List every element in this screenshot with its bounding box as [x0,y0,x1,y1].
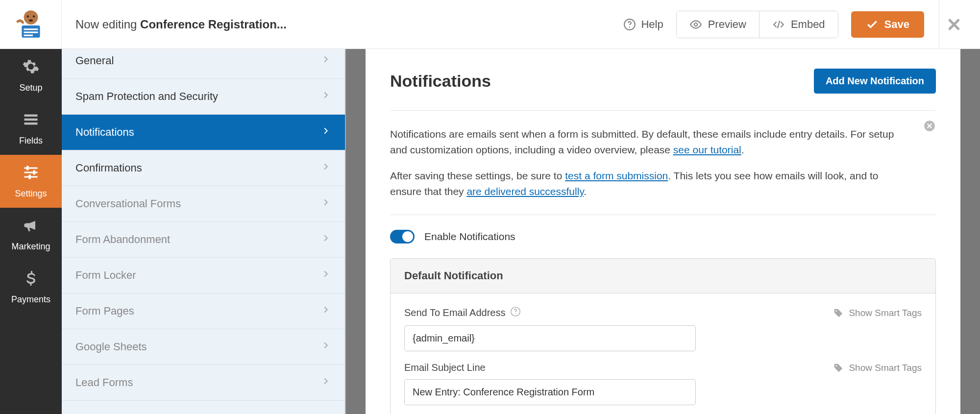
svg-rect-12 [24,119,38,121]
nav-setup-label: Setup [19,83,42,93]
sidebar-item-notifications[interactable]: Notifications [62,115,345,150]
smart-tags-label: Show Smart Tags [849,308,922,318]
nav-marketing[interactable]: Marketing [0,208,62,261]
nav-settings[interactable]: Settings [0,155,62,208]
sidebar-item-sheets[interactable]: Google Sheets [62,329,345,365]
chevron-right-icon [320,268,331,282]
intro-text-part: . [741,144,744,155]
svg-rect-7 [24,34,33,36]
wpforms-logo-icon [15,8,47,41]
gear-icon [22,58,40,78]
preview-button[interactable]: Preview [677,11,759,38]
check-icon [866,18,879,31]
svg-point-2 [32,15,35,18]
add-notification-button[interactable]: Add New Notification [814,69,936,94]
intro-text-part: After saving these settings, be sure to [390,170,565,181]
help-icon [623,18,636,31]
smart-tags-label: Show Smart Tags [849,363,922,373]
intro-text-part: Notifications are emails sent when a for… [390,128,894,155]
nav-settings-label: Settings [15,189,47,199]
left-nav: Setup Fields Settings Marketing [0,49,62,414]
svg-point-23 [836,310,837,312]
svg-rect-17 [26,166,29,170]
nav-payments[interactable]: Payments [0,261,62,314]
send-to-label: Send To Email Address [404,307,505,318]
svg-rect-15 [24,172,38,173]
delivery-link[interactable]: are delivered successfully [466,186,584,197]
show-smart-tags-button[interactable]: Show Smart Tags [833,308,922,318]
sidebar-item-label: Conversational Forms [75,197,181,210]
sidebar-item-confirmations[interactable]: Confirmations [62,150,345,186]
chevron-right-icon [320,125,331,139]
sidebar-item-label: Lead Forms [75,376,133,389]
dollar-icon [22,269,40,290]
sliders-icon [22,164,40,184]
nav-setup[interactable]: Setup [0,49,62,102]
chevron-right-icon [320,340,331,354]
sidebar-item-conversational[interactable]: Conversational Forms [62,186,345,222]
tutorial-link[interactable]: see our tutorial [673,144,741,155]
sidebar-item-label: Spam Protection and Security [75,90,218,103]
nav-fields[interactable]: Fields [0,102,62,155]
form-title: Conference Registration... [140,18,287,31]
svg-rect-11 [24,115,38,117]
help-link[interactable]: Help [623,18,663,31]
nav-payments-label: Payments [11,294,50,305]
chevron-right-icon [320,90,331,103]
subject-input[interactable] [404,379,696,405]
svg-point-0 [24,10,38,24]
sidebar-item-spam[interactable]: Spam Protection and Security [62,79,345,115]
svg-rect-13 [24,122,38,125]
chevron-right-icon [320,376,331,390]
enable-notifications-toggle[interactable] [390,230,415,244]
embed-label: Embed [791,18,825,31]
sidebar-item-label: Form Abandonment [75,233,170,246]
sidebar-item-general[interactable]: General [62,49,345,79]
notification-block: Default Notification Send To Email Addre… [390,258,936,414]
chevron-right-icon [320,304,331,318]
subject-label: Email Subject Line [404,362,486,373]
svg-point-9 [629,26,630,27]
chevron-right-icon [320,233,331,246]
intro-text: Notifications are emails sent when a for… [390,111,936,215]
save-button[interactable]: Save [851,11,924,38]
svg-rect-18 [33,170,36,175]
svg-point-10 [694,23,697,26]
close-icon [947,17,961,32]
svg-point-22 [515,314,516,315]
app-logo[interactable] [0,0,62,49]
sidebar-item-pages[interactable]: Form Pages [62,293,345,329]
settings-sidebar: General Spam Protection and Security Not… [62,49,346,414]
notification-block-title[interactable]: Default Notification [391,259,935,293]
test-submission-link[interactable]: test a form submission [565,170,668,181]
save-label: Save [884,18,909,31]
chevron-right-icon [320,54,331,68]
tags-icon [833,308,844,318]
bullhorn-icon [22,217,40,237]
svg-rect-19 [29,175,31,179]
intro-text-part: . [584,186,587,197]
svg-rect-14 [24,168,38,169]
svg-point-1 [26,15,29,18]
chevron-right-icon [320,197,331,211]
svg-rect-5 [24,28,38,30]
sidebar-item-leadforms[interactable]: Lead Forms [62,365,345,401]
show-smart-tags-button[interactable]: Show Smart Tags [833,363,922,373]
editing-prefix: Now editing [75,18,140,31]
sidebar-item-locker[interactable]: Form Locker [62,258,345,293]
sidebar-item-label: Confirmations [75,162,142,174]
dismiss-intro-button[interactable] [923,120,936,137]
embed-button[interactable]: Embed [759,11,838,38]
nav-marketing-label: Marketing [11,242,50,252]
sidebar-item-abandonment[interactable]: Form Abandonment [62,222,345,258]
sidebar-item-label: Notifications [75,126,134,139]
page-title: Notifications [390,72,491,91]
help-tooltip-icon[interactable] [510,306,521,319]
close-builder-button[interactable] [939,0,968,49]
sidebar-item-label: Form Pages [75,305,134,317]
sidebar-item-label: General [75,54,114,67]
code-icon [772,18,785,31]
help-label: Help [641,18,663,31]
send-to-input[interactable] [404,325,696,351]
toggle-label: Enable Notifications [424,231,515,243]
